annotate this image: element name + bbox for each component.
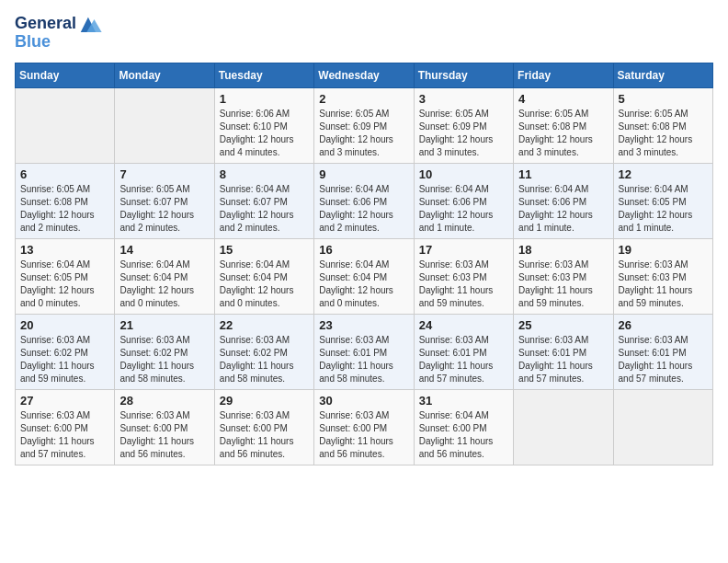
week-row-1: 1Sunrise: 6:06 AM Sunset: 6:10 PM Daylig… (16, 87, 713, 163)
calendar-cell: 7Sunrise: 6:05 AM Sunset: 6:07 PM Daylig… (115, 163, 214, 238)
day-info: Sunrise: 6:04 AM Sunset: 6:05 PM Dayligh… (20, 259, 109, 310)
calendar-cell: 10Sunrise: 6:04 AM Sunset: 6:06 PM Dayli… (414, 163, 513, 238)
week-row-2: 6Sunrise: 6:05 AM Sunset: 6:08 PM Daylig… (16, 163, 713, 238)
day-info: Sunrise: 6:05 AM Sunset: 6:09 PM Dayligh… (419, 108, 508, 159)
calendar-cell: 17Sunrise: 6:03 AM Sunset: 6:03 PM Dayli… (414, 238, 513, 314)
day-number: 3 (419, 92, 508, 106)
day-number: 27 (20, 394, 109, 408)
calendar-cell: 11Sunrise: 6:04 AM Sunset: 6:06 PM Dayli… (514, 163, 613, 238)
day-info: Sunrise: 6:05 AM Sunset: 6:09 PM Dayligh… (319, 108, 408, 159)
calendar-header: SundayMondayTuesdayWednesdayThursdayFrid… (16, 63, 713, 87)
day-info: Sunrise: 6:03 AM Sunset: 6:03 PM Dayligh… (419, 259, 508, 310)
day-info: Sunrise: 6:03 AM Sunset: 6:01 PM Dayligh… (419, 334, 508, 385)
day-number: 13 (20, 243, 109, 257)
day-number: 22 (220, 318, 309, 332)
day-number: 20 (20, 318, 109, 332)
day-info: Sunrise: 6:03 AM Sunset: 6:00 PM Dayligh… (220, 409, 309, 461)
day-number: 29 (220, 394, 309, 408)
day-info: Sunrise: 6:04 AM Sunset: 6:00 PM Dayligh… (419, 409, 508, 461)
day-header-friday: Friday (514, 63, 613, 87)
week-row-3: 13Sunrise: 6:04 AM Sunset: 6:05 PM Dayli… (16, 238, 713, 314)
day-info: Sunrise: 6:04 AM Sunset: 6:06 PM Dayligh… (319, 183, 408, 235)
calendar-cell: 25Sunrise: 6:03 AM Sunset: 6:01 PM Dayli… (514, 314, 613, 389)
calendar-cell: 27Sunrise: 6:03 AM Sunset: 6:00 PM Dayli… (16, 389, 115, 465)
calendar-cell: 5Sunrise: 6:05 AM Sunset: 6:08 PM Daylig… (613, 87, 712, 163)
calendar-cell: 16Sunrise: 6:04 AM Sunset: 6:04 PM Dayli… (314, 238, 414, 314)
day-info: Sunrise: 6:03 AM Sunset: 6:02 PM Dayligh… (20, 334, 109, 385)
calendar-cell: 3Sunrise: 6:05 AM Sunset: 6:09 PM Daylig… (414, 87, 513, 163)
day-number: 7 (119, 167, 209, 181)
day-info: Sunrise: 6:04 AM Sunset: 6:05 PM Dayligh… (619, 183, 708, 235)
day-info: Sunrise: 6:03 AM Sunset: 6:00 PM Dayligh… (119, 409, 209, 461)
day-number: 17 (419, 243, 508, 257)
calendar-cell: 18Sunrise: 6:03 AM Sunset: 6:03 PM Dayli… (514, 238, 613, 314)
day-number: 2 (319, 92, 408, 106)
calendar-cell: 4Sunrise: 6:05 AM Sunset: 6:08 PM Daylig… (514, 87, 613, 163)
day-info: Sunrise: 6:03 AM Sunset: 6:01 PM Dayligh… (518, 334, 608, 385)
day-info: Sunrise: 6:03 AM Sunset: 6:02 PM Dayligh… (119, 334, 209, 385)
day-info: Sunrise: 6:03 AM Sunset: 6:03 PM Dayligh… (518, 259, 608, 310)
calendar-cell: 23Sunrise: 6:03 AM Sunset: 6:01 PM Dayli… (314, 314, 414, 389)
day-header-thursday: Thursday (414, 63, 513, 87)
day-number: 28 (119, 394, 209, 408)
day-info: Sunrise: 6:06 AM Sunset: 6:10 PM Dayligh… (220, 108, 309, 159)
day-number: 31 (419, 394, 508, 408)
calendar-cell: 19Sunrise: 6:03 AM Sunset: 6:03 PM Dayli… (613, 238, 712, 314)
logo-text: GeneralBlue (15, 15, 105, 52)
calendar-cell: 28Sunrise: 6:03 AM Sunset: 6:00 PM Dayli… (115, 389, 214, 465)
day-info: Sunrise: 6:03 AM Sunset: 6:01 PM Dayligh… (319, 334, 408, 385)
calendar-cell: 21Sunrise: 6:03 AM Sunset: 6:02 PM Dayli… (115, 314, 214, 389)
calendar-cell: 22Sunrise: 6:03 AM Sunset: 6:02 PM Dayli… (214, 314, 313, 389)
calendar-cell: 12Sunrise: 6:04 AM Sunset: 6:05 PM Dayli… (613, 163, 712, 238)
header: GeneralBlue (15, 15, 713, 52)
calendar-cell: 6Sunrise: 6:05 AM Sunset: 6:08 PM Daylig… (16, 163, 115, 238)
calendar-cell (16, 87, 115, 163)
day-number: 11 (518, 167, 608, 181)
day-number: 15 (220, 243, 309, 257)
day-header-saturday: Saturday (613, 63, 712, 87)
calendar-cell: 26Sunrise: 6:03 AM Sunset: 6:01 PM Dayli… (613, 314, 712, 389)
calendar-body: 1Sunrise: 6:06 AM Sunset: 6:10 PM Daylig… (16, 87, 713, 465)
logo: GeneralBlue (15, 15, 105, 52)
calendar-cell: 31Sunrise: 6:04 AM Sunset: 6:00 PM Dayli… (414, 389, 513, 465)
day-info: Sunrise: 6:04 AM Sunset: 6:04 PM Dayligh… (119, 259, 209, 310)
day-number: 4 (518, 92, 608, 106)
day-info: Sunrise: 6:03 AM Sunset: 6:00 PM Dayligh… (319, 409, 408, 461)
calendar-cell: 15Sunrise: 6:04 AM Sunset: 6:04 PM Dayli… (214, 238, 313, 314)
day-number: 25 (518, 318, 608, 332)
day-number: 16 (319, 243, 408, 257)
day-info: Sunrise: 6:05 AM Sunset: 6:07 PM Dayligh… (119, 183, 209, 235)
day-info: Sunrise: 6:03 AM Sunset: 6:03 PM Dayligh… (619, 259, 708, 310)
day-info: Sunrise: 6:04 AM Sunset: 6:04 PM Dayligh… (220, 259, 309, 310)
day-number: 23 (319, 318, 408, 332)
calendar-cell: 24Sunrise: 6:03 AM Sunset: 6:01 PM Dayli… (414, 314, 513, 389)
day-number: 8 (220, 167, 309, 181)
day-number: 14 (119, 243, 209, 257)
day-info: Sunrise: 6:03 AM Sunset: 6:01 PM Dayligh… (619, 334, 708, 385)
day-info: Sunrise: 6:03 AM Sunset: 6:00 PM Dayligh… (20, 409, 109, 461)
calendar-cell: 20Sunrise: 6:03 AM Sunset: 6:02 PM Dayli… (16, 314, 115, 389)
day-number: 18 (518, 243, 608, 257)
day-info: Sunrise: 6:05 AM Sunset: 6:08 PM Dayligh… (20, 183, 109, 235)
calendar-cell: 2Sunrise: 6:05 AM Sunset: 6:09 PM Daylig… (314, 87, 414, 163)
week-row-5: 27Sunrise: 6:03 AM Sunset: 6:00 PM Dayli… (16, 389, 713, 465)
day-number: 9 (319, 167, 408, 181)
day-info: Sunrise: 6:04 AM Sunset: 6:07 PM Dayligh… (220, 183, 309, 235)
calendar-cell: 14Sunrise: 6:04 AM Sunset: 6:04 PM Dayli… (115, 238, 214, 314)
day-info: Sunrise: 6:05 AM Sunset: 6:08 PM Dayligh… (619, 108, 708, 159)
calendar-cell: 30Sunrise: 6:03 AM Sunset: 6:00 PM Dayli… (314, 389, 414, 465)
day-info: Sunrise: 6:04 AM Sunset: 6:06 PM Dayligh… (419, 183, 508, 235)
day-number: 5 (619, 92, 708, 106)
calendar-cell (115, 87, 214, 163)
day-number: 24 (419, 318, 508, 332)
day-info: Sunrise: 6:04 AM Sunset: 6:06 PM Dayligh… (518, 183, 608, 235)
header-row: SundayMondayTuesdayWednesdayThursdayFrid… (16, 63, 713, 87)
calendar-cell: 8Sunrise: 6:04 AM Sunset: 6:07 PM Daylig… (214, 163, 313, 238)
day-number: 21 (119, 318, 209, 332)
day-info: Sunrise: 6:05 AM Sunset: 6:08 PM Dayligh… (518, 108, 608, 159)
day-number: 12 (619, 167, 708, 181)
week-row-4: 20Sunrise: 6:03 AM Sunset: 6:02 PM Dayli… (16, 314, 713, 389)
calendar-cell: 29Sunrise: 6:03 AM Sunset: 6:00 PM Dayli… (214, 389, 313, 465)
day-number: 1 (220, 92, 309, 106)
calendar-table: SundayMondayTuesdayWednesdayThursdayFrid… (15, 63, 713, 465)
